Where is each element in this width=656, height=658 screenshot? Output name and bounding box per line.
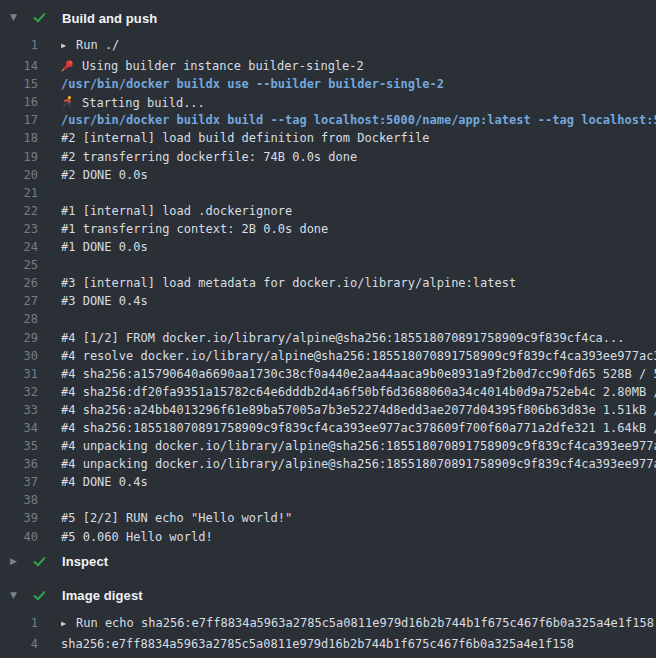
- log-line: 1▶Run ./: [0, 38, 656, 56]
- line-number[interactable]: 36: [0, 457, 38, 475]
- log-line: 20#2 DONE 0.0s: [0, 168, 656, 186]
- line-number[interactable]: 27: [0, 294, 38, 312]
- line-number[interactable]: 21: [0, 186, 38, 204]
- line-number[interactable]: 4: [0, 637, 38, 655]
- log-message-text: Starting build...: [82, 96, 205, 110]
- section-title: Build and push: [62, 11, 157, 26]
- pushpin-icon: [61, 59, 82, 75]
- line-number[interactable]: 23: [0, 222, 38, 240]
- success-check-icon: [32, 588, 50, 604]
- line-number[interactable]: 1: [0, 616, 38, 634]
- log-line: 19#2 transferring dockerfile: 74B 0.0s d…: [0, 150, 656, 168]
- section-header-build-and-push[interactable]: ▼Build and push: [0, 4, 656, 32]
- log-line-text: Using builder instance builder-single-2: [61, 59, 364, 77]
- line-number[interactable]: 29: [0, 331, 38, 349]
- log-line-text: #4 unpacking docker.io/library/alpine@sh…: [61, 439, 656, 457]
- line-number[interactable]: 17: [0, 113, 38, 131]
- log-line-text: /usr/bin/docker buildx use --builder bui…: [61, 77, 444, 95]
- expand-group-icon[interactable]: ▶: [61, 619, 76, 628]
- log-line: 16Starting build...: [0, 95, 656, 113]
- log-line: 25: [0, 258, 656, 276]
- log-line-text: #2 [internal] load build definition from…: [61, 131, 429, 149]
- log-line-text: Starting build...: [61, 95, 205, 113]
- log-line: 32#4 sha256:df20fa9351a15782c64e6dddb2d4…: [0, 385, 656, 403]
- line-number[interactable]: 14: [0, 59, 38, 77]
- section-title: Image digest: [62, 588, 143, 603]
- log-line-text: #2 transferring dockerfile: 74B 0.0s don…: [61, 150, 357, 168]
- log-line: 1▶Run echo sha256:e7ff8834a5963a2785c5a0…: [0, 616, 656, 634]
- log-line: 17/usr/bin/docker buildx build --tag loc…: [0, 113, 656, 131]
- log-line: 14Using builder instance builder-single-…: [0, 59, 656, 77]
- log-line-text: #4 sha256:185518070891758909c9f839cf4ca3…: [61, 421, 656, 439]
- section-header-image-digest[interactable]: ▼Image digest: [0, 582, 656, 610]
- line-number[interactable]: 20: [0, 168, 38, 186]
- chevron-down-icon: ▼: [10, 12, 26, 22]
- line-number[interactable]: 25: [0, 258, 38, 276]
- log-section-build-and-push: ▼Build and push1▶Run ./14Using builder i…: [0, 4, 656, 548]
- log-line: 21: [0, 186, 656, 204]
- log-line: 30#4 resolve docker.io/library/alpine@sh…: [0, 349, 656, 367]
- log-line: 38: [0, 493, 656, 511]
- log-line: 23#1 transferring context: 2B 0.0s done: [0, 222, 656, 240]
- log-line-text: ▶Run echo sha256:e7ff8834a5963a2785c5a08…: [61, 616, 654, 634]
- log-line-text: #1 [internal] load .dockerignore: [61, 204, 292, 222]
- log-line-text: #2 DONE 0.0s: [61, 168, 148, 186]
- log-line: 26#3 [internal] load metadata for docker…: [0, 276, 656, 294]
- log-line: 36#4 unpacking docker.io/library/alpine@…: [0, 457, 656, 475]
- success-check-icon: [32, 10, 50, 26]
- line-number[interactable]: 28: [0, 312, 38, 330]
- log-line: 24#1 DONE 0.0s: [0, 240, 656, 258]
- log-line-text: #1 transferring context: 2B 0.0s done: [61, 222, 328, 240]
- log-message-text: Using builder instance builder-single-2: [82, 59, 364, 73]
- line-number[interactable]: 34: [0, 421, 38, 439]
- section-header-inspect[interactable]: ▶Inspect: [0, 548, 656, 576]
- log-line: 15/usr/bin/docker buildx use --builder b…: [0, 77, 656, 95]
- log-line: 35#4 unpacking docker.io/library/alpine@…: [0, 439, 656, 457]
- line-number[interactable]: 38: [0, 493, 38, 511]
- group-command-text: Run echo sha256:e7ff8834a5963a2785c5a081…: [76, 616, 654, 630]
- log-line-text: #3 DONE 0.4s: [61, 294, 148, 312]
- line-number[interactable]: 16: [0, 95, 38, 113]
- line-number[interactable]: 22: [0, 204, 38, 222]
- group-command-text: Run ./: [76, 38, 119, 52]
- line-number[interactable]: 39: [0, 511, 38, 529]
- log-line: 4sha256:e7ff8834a5963a2785c5a0811e979d16…: [0, 637, 656, 655]
- line-number[interactable]: 32: [0, 385, 38, 403]
- line-number[interactable]: 26: [0, 276, 38, 294]
- section-log-body: 1▶Run echo sha256:e7ff8834a5963a2785c5a0…: [0, 610, 656, 655]
- log-line-text: #4 unpacking docker.io/library/alpine@sh…: [61, 457, 656, 475]
- log-line-text: ▶Run ./: [61, 38, 119, 56]
- log-line: 28: [0, 312, 656, 330]
- log-line: 31#4 sha256:a15790640a6690aa1730c38cf0a4…: [0, 367, 656, 385]
- line-number[interactable]: 35: [0, 439, 38, 457]
- line-number[interactable]: 33: [0, 403, 38, 421]
- line-number[interactable]: 19: [0, 150, 38, 168]
- log-line-text: #4 [1/2] FROM docker.io/library/alpine@s…: [61, 331, 625, 349]
- line-number[interactable]: 24: [0, 240, 38, 258]
- line-number[interactable]: 31: [0, 367, 38, 385]
- section-title: Inspect: [62, 554, 108, 569]
- log-line-text: #4 sha256:a24bb4013296f61e89ba57005a7b3e…: [61, 403, 656, 421]
- log-line-text: #4 sha256:df20fa9351a15782c64e6dddb2d4a6…: [61, 385, 656, 403]
- log-line: 37#4 DONE 0.4s: [0, 475, 656, 493]
- line-number[interactable]: 30: [0, 349, 38, 367]
- log-line-text: #5 [2/2] RUN echo "Hello world!": [61, 511, 292, 529]
- line-number[interactable]: 37: [0, 475, 38, 493]
- expand-group-icon[interactable]: ▶: [61, 41, 76, 50]
- line-number[interactable]: 18: [0, 131, 38, 149]
- log-line-text: sha256:e7ff8834a5963a2785c5a0811e979d16b…: [61, 637, 574, 655]
- log-line: 40#5 0.060 Hello world!: [0, 530, 656, 548]
- chevron-down-icon: ▼: [10, 590, 26, 600]
- log-line: 18#2 [internal] load build definition fr…: [0, 131, 656, 149]
- chevron-right-icon: ▶: [10, 556, 26, 566]
- success-check-icon: [32, 554, 50, 570]
- log-line-text: #4 sha256:a15790640a6690aa1730c38cf0a440…: [61, 367, 656, 385]
- line-number[interactable]: 15: [0, 77, 38, 95]
- log-line: 33#4 sha256:a24bb4013296f61e89ba57005a7b…: [0, 403, 656, 421]
- log-section-inspect: ▶Inspect: [0, 548, 656, 576]
- line-number[interactable]: 1: [0, 38, 38, 56]
- log-line: 34#4 sha256:185518070891758909c9f839cf4c…: [0, 421, 656, 439]
- log-line-text: #5 0.060 Hello world!: [61, 530, 213, 548]
- line-number[interactable]: 40: [0, 530, 38, 548]
- log-line-text: /usr/bin/docker buildx build --tag local…: [61, 113, 656, 131]
